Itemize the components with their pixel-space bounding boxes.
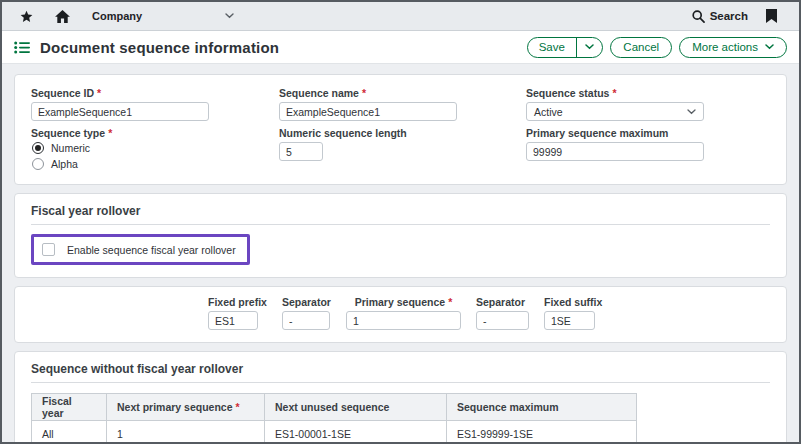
chevron-down-icon [687,109,696,115]
required-marker: * [362,87,366,99]
more-actions-label: More actions [692,41,758,53]
column-header-next-primary-sequence: Next primary sequence* [107,394,265,421]
sequence-format-card: Fixed prefix Separator Primary sequence*… [14,286,787,343]
sequence-name-label: Sequence name* [279,87,526,99]
fixed-prefix-field: Fixed prefix [208,296,267,330]
radio-alpha-label: Alpha [51,158,78,170]
required-marker: * [448,296,452,308]
sequence-id-input[interactable] [31,102,209,121]
enable-fiscal-rollover-label: Enable sequence fiscal year rollover [67,244,236,256]
sequence-name-input[interactable] [279,102,457,121]
cell-next-unused-sequence: ES1-00001-1SE [265,421,447,444]
separator-label: Separator [476,296,529,308]
save-dropdown-button[interactable] [577,44,602,50]
enable-fiscal-rollover-checkbox[interactable] [42,243,55,256]
sequence-type-label: Sequence type* [31,127,279,139]
fiscal-year-rollover-card: Fiscal year rollover Enable sequence fis… [14,193,787,278]
search-label: Search [710,10,748,22]
radio-numeric-label: Numeric [51,142,90,154]
sequence-id-field: Sequence ID* [31,87,279,121]
table-header-row: Fiscal year Next primary sequence* Next … [32,394,637,421]
numeric-sequence-length-input[interactable] [279,142,323,161]
chevron-down-icon [765,44,774,50]
primary-sequence-maximum-input[interactable] [526,142,704,161]
column-header-next-unused-sequence: Next unused sequence [265,394,447,421]
home-icon[interactable] [55,10,70,23]
fixed-prefix-label: Fixed prefix [208,296,267,308]
save-button-label: Save [528,41,576,53]
page-header: Document sequence information Save Cance… [2,31,799,64]
sequence-status-value: Active [534,106,563,118]
star-icon[interactable] [20,10,33,23]
search-icon [692,10,705,23]
fixed-suffix-field: Fixed suffix [544,296,602,330]
radio-icon [32,142,44,154]
radio-option-alpha[interactable]: Alpha [32,158,279,170]
sequence-type-field: Sequence type* Numeric Alpha [31,127,279,174]
cell-fiscal-year: All [32,421,107,444]
table-row[interactable]: All 1 ES1-00001-1SE ES1-99999-1SE [32,421,637,444]
sequence-status-select[interactable]: Active [526,102,704,121]
chevron-down-icon [225,13,234,19]
fiscal-section-title: Fiscal year rollover [31,204,770,225]
separator-input-1[interactable] [282,311,330,330]
company-menu[interactable]: Company [92,10,234,22]
page-title: Document sequence information [40,39,279,56]
radio-icon [32,158,44,170]
fixed-prefix-input[interactable] [208,311,258,330]
numeric-sequence-length-label: Numeric sequence length [279,127,526,139]
required-marker: * [97,87,101,99]
fixed-suffix-input[interactable] [544,311,595,330]
radio-option-numeric[interactable]: Numeric [32,142,279,154]
sequence-name-field: Sequence name* [279,87,526,121]
separator-label: Separator [282,296,331,308]
sequence-details-card: Sequence ID* Sequence name* Sequence sta… [14,74,787,185]
cell-next-primary-sequence[interactable]: 1 [107,421,265,444]
required-marker: * [612,87,616,99]
sequence-status-field: Sequence status* Active [526,87,770,121]
sequence-without-rollover-card: Sequence without fiscal year rollover Fi… [14,351,787,444]
sequence-id-label: Sequence ID* [31,87,279,99]
fixed-suffix-label: Fixed suffix [544,296,602,308]
column-header-fiscal-year: Fiscal year [32,394,107,421]
save-button[interactable]: Save [527,37,604,58]
top-navigation-bar: Company Search [2,2,799,31]
numeric-sequence-length-field: Numeric sequence length [279,127,526,174]
primary-sequence-input[interactable] [346,311,461,330]
required-marker: * [108,127,112,139]
main-content: Sequence ID* Sequence name* Sequence sta… [2,64,799,444]
app-window: Company Search [0,0,801,444]
header-actions: Save Cancel More actions [527,37,787,58]
topbar-right: Search [692,9,785,23]
search-button[interactable]: Search [692,10,748,23]
required-marker: * [236,401,240,413]
more-actions-button[interactable]: More actions [679,37,787,58]
chevron-down-icon [585,44,594,50]
primary-sequence-maximum-field: Primary sequence maximum [526,127,770,174]
sequence-status-label: Sequence status* [526,87,770,99]
cancel-button-label: Cancel [623,41,659,53]
cell-sequence-maximum: ES1-99999-1SE [447,421,637,444]
primary-sequence-label: Primary sequence* [346,296,461,308]
cancel-button[interactable]: Cancel [610,37,672,58]
bookmark-icon[interactable] [766,9,777,23]
primary-sequence-field: Primary sequence* [346,296,461,330]
separator-input-2[interactable] [476,311,529,330]
separator-field-1: Separator [282,296,331,330]
primary-sequence-maximum-label: Primary sequence maximum [526,127,770,139]
highlight-annotation-box: Enable sequence fiscal year rollover [31,234,250,265]
table-section-title: Sequence without fiscal year rollover [31,362,770,383]
sequence-table: Fiscal year Next primary sequence* Next … [31,393,637,444]
column-header-sequence-maximum: Sequence maximum [447,394,637,421]
company-menu-label: Company [92,10,142,22]
separator-field-2: Separator [476,296,529,330]
list-icon [14,41,30,54]
